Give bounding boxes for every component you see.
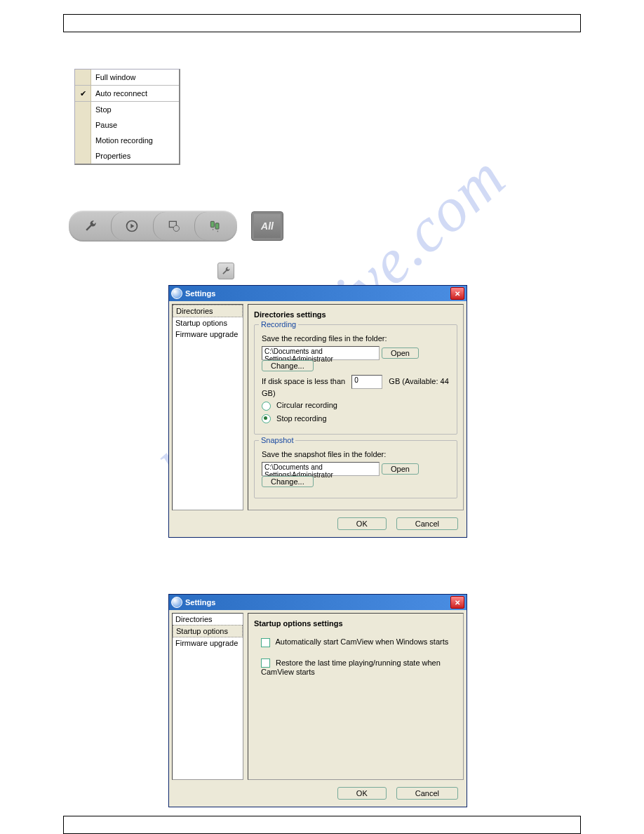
ok-button[interactable]: OK <box>337 517 387 530</box>
menu-check-area <box>75 70 91 85</box>
radio-icon <box>262 402 271 411</box>
menu-label: Full window <box>91 73 179 81</box>
settings-dialog-startup: Settings ✕ Directories Startup options F… <box>168 594 467 807</box>
wrench-icon <box>221 266 231 276</box>
menu-label: Stop <box>91 105 179 114</box>
all-button-label: All <box>261 220 274 232</box>
checkbox-autostart-label: Automatically start CamView when Windows… <box>275 637 448 646</box>
checkbox-icon <box>261 658 270 668</box>
wrench-icon <box>83 219 98 233</box>
menu-check-area <box>75 117 91 133</box>
recording-change-button[interactable]: Change... <box>262 360 314 371</box>
toolbar-play-button[interactable] <box>111 212 152 240</box>
menu-item-stop[interactable]: Stop <box>75 102 179 117</box>
nav-item-startup-options[interactable]: Startup options <box>173 625 243 637</box>
page-footer-frame <box>63 816 581 834</box>
page-header-frame <box>63 14 581 32</box>
menu-label: Pause <box>91 121 179 129</box>
snapshot-group: Snapshot Save the snapshot files in the … <box>254 440 457 498</box>
svg-point-2 <box>173 225 179 231</box>
close-button[interactable]: ✕ <box>450 287 464 300</box>
svg-rect-3 <box>210 221 214 227</box>
dialog-title: Settings <box>185 598 215 607</box>
radio-stop-row[interactable]: Stop recording <box>262 414 450 424</box>
menu-label: Properties <box>91 152 179 160</box>
recording-path-input[interactable]: C:\Documents and Settings\Administrator <box>262 346 380 360</box>
nav-item-directories[interactable]: Directories <box>173 614 243 625</box>
checkbox-restore-label: Restore the last time playing/running st… <box>261 658 441 677</box>
menu-item-full-window[interactable]: Full window <box>75 70 179 85</box>
dialog-title: Settings <box>185 289 215 298</box>
menu-item-auto-reconnect[interactable]: ✔ Auto reconnect <box>75 86 179 101</box>
close-button[interactable]: ✕ <box>450 596 464 609</box>
play-circle-icon <box>125 219 139 233</box>
cancel-button[interactable]: Cancel <box>396 517 458 530</box>
checkbox-autostart-row[interactable]: Automatically start CamView when Windows… <box>261 637 457 647</box>
ok-button[interactable]: OK <box>337 787 387 800</box>
recording-group: Recording Save the recording files in th… <box>254 324 457 435</box>
panel-title: Directories settings <box>254 310 457 319</box>
snapshot-save-label: Save the snapshot files in the folder: <box>262 450 450 458</box>
menu-label: Motion recording <box>91 136 179 145</box>
cancel-button[interactable]: Cancel <box>396 787 458 800</box>
settings-panel: Directories settings Recording Save the … <box>248 304 464 510</box>
radio-icon <box>262 414 271 423</box>
wrench-small-button[interactable] <box>217 263 234 279</box>
recording-open-button[interactable]: Open <box>382 348 419 359</box>
app-icon <box>171 597 182 608</box>
checkbox-icon <box>261 638 270 647</box>
calendar-disc-icon <box>167 219 181 233</box>
toolbar-wrench-button[interactable] <box>70 212 111 240</box>
recording-save-label: Save the recording files in the folder: <box>262 334 450 343</box>
settings-nav: Directories Startup options Firmware upg… <box>172 304 243 510</box>
nav-item-startup-options[interactable]: Startup options <box>173 317 243 329</box>
svg-rect-4 <box>215 223 219 229</box>
nav-item-directories[interactable]: Directories <box>173 305 243 317</box>
settings-nav: Directories Startup options Firmware upg… <box>172 613 243 780</box>
snapshot-path-input[interactable]: C:\Documents and Settings\Administrator <box>262 462 380 476</box>
menu-item-motion-recording[interactable]: Motion recording <box>75 133 179 148</box>
menu-item-properties[interactable]: Properties <box>75 148 179 164</box>
menu-check-area <box>75 102 91 117</box>
checkbox-restore-row[interactable]: Restore the last time playing/running st… <box>261 658 457 677</box>
menu-check-area <box>75 133 91 148</box>
toolbar: All <box>69 211 283 241</box>
dialog-footer: OK Cancel <box>169 513 467 537</box>
titlebar[interactable]: Settings ✕ <box>169 286 467 301</box>
snapshot-legend: Snapshot <box>259 436 295 444</box>
snapshot-change-button[interactable]: Change... <box>262 476 314 487</box>
radio-circular-row[interactable]: Circular recording <box>262 401 450 411</box>
radio-circular-label: Circular recording <box>276 401 337 409</box>
dialog-footer: OK Cancel <box>169 783 467 807</box>
nav-item-firmware-upgrade[interactable]: Firmware upgrade <box>173 637 243 649</box>
menu-item-pause[interactable]: Pause <box>75 117 179 133</box>
app-icon <box>171 288 182 299</box>
nav-item-firmware-upgrade[interactable]: Firmware upgrade <box>173 329 243 340</box>
snapshot-open-button[interactable]: Open <box>382 463 419 475</box>
all-button[interactable]: All <box>251 211 283 241</box>
menu-label: Auto reconnect <box>91 89 179 98</box>
disk-label-pre: If disk space is less than <box>262 377 345 385</box>
disk-space-input[interactable]: 0 <box>351 375 382 389</box>
toolbar-schedule-button[interactable] <box>153 212 194 240</box>
radio-stop-label: Stop recording <box>276 414 327 423</box>
toolbar-pill <box>69 211 237 241</box>
toolbar-devices-button[interactable] <box>194 212 236 240</box>
recording-legend: Recording <box>259 320 298 329</box>
close-icon: ✕ <box>455 599 460 607</box>
panel-title: Startup options settings <box>254 619 457 628</box>
close-icon: ✕ <box>455 290 460 298</box>
titlebar[interactable]: Settings ✕ <box>169 595 467 610</box>
settings-dialog-directories: Settings ✕ Directories Startup options F… <box>168 285 467 538</box>
settings-panel: Startup options settings Automatically s… <box>248 613 464 780</box>
devices-icon <box>208 219 222 233</box>
context-menu: Full window ✔ Auto reconnect Stop Pause … <box>74 69 180 165</box>
menu-check-area <box>75 148 91 164</box>
menu-check-icon: ✔ <box>75 86 91 101</box>
